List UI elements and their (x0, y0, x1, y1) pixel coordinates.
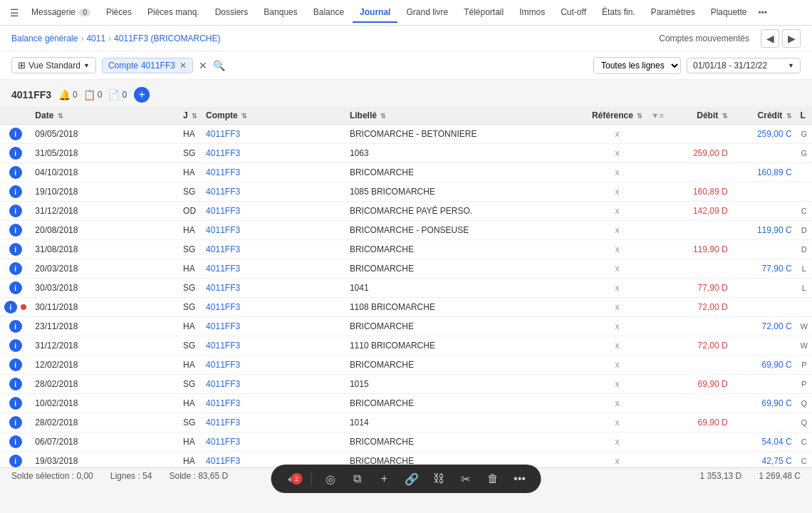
nav-item-pieces-manq[interactable]: Pièces manq. (140, 3, 207, 23)
table-row[interactable]: i 30/11/2018 SG 4011FF3 1108 BRICOMARCHE… (0, 298, 812, 317)
nav-item-cut-off[interactable]: Cut-off (553, 3, 593, 23)
table-row[interactable]: i 19/10/2018 SG 4011FF3 1085 BRICOMARCHE… (0, 182, 812, 202)
nav-toggle-button[interactable]: ☰ (6, 4, 23, 21)
col-date[interactable]: Date ⇅ (31, 107, 179, 125)
float-undo-button[interactable]: ↩ 2 (284, 470, 301, 487)
info-icon[interactable]: i (9, 358, 22, 371)
table-row[interactable]: i 20/08/2018 HA 4011FF3 BRICOMARCHE - PO… (0, 221, 812, 240)
table-row[interactable]: i 06/07/2018 HA 4011FF3 BRICOMARCHE x 54… (0, 432, 812, 452)
lines-filter-select[interactable]: Toutes les lignes Non lettrées Lettrées (593, 57, 681, 74)
row-compte[interactable]: 4011FF3 (202, 413, 345, 432)
table-row[interactable]: i 31/05/2018 SG 4011FF3 1063 x 259,00 D … (0, 144, 812, 163)
row-compte[interactable]: 4011FF3 (202, 221, 345, 240)
row-info-icon-cell: i (0, 336, 31, 356)
row-compte[interactable]: 4011FF3 (202, 298, 345, 317)
vue-select[interactable]: ⊞ Vue Standard ▼ (11, 57, 96, 73)
row-compte[interactable]: 4011FF3 (202, 202, 345, 221)
info-icon[interactable]: i (9, 281, 22, 294)
table-row[interactable]: i 30/03/2018 SG 4011FF3 1041 x 77,90 D L (0, 279, 812, 298)
table-row[interactable]: i 20/03/2018 HA 4011FF3 BRICOMARCHE x 77… (0, 259, 812, 279)
info-icon[interactable]: i (9, 435, 22, 448)
float-circle-button[interactable]: ◎ (322, 470, 339, 487)
account-badges: 🔔 0 📋 0 📄 0 (58, 89, 127, 100)
info-icon[interactable]: i (9, 339, 22, 352)
row-compte[interactable]: 4011FF3 (202, 259, 345, 279)
nav-item-journal[interactable]: Journal (353, 3, 397, 23)
float-link-button[interactable]: 🔗 (403, 470, 420, 487)
breadcrumb-balance-generale[interactable]: Balance générale (11, 33, 78, 43)
info-icon[interactable]: i (9, 147, 22, 160)
col-debit[interactable]: Débit ⇅ (668, 107, 732, 125)
float-cut-button[interactable]: ✂ (457, 470, 474, 487)
col-credit[interactable]: Crédit ⇅ (732, 107, 796, 125)
row-compte[interactable]: 4011FF3 (202, 125, 345, 144)
table-row[interactable]: i 09/05/2018 HA 4011FF3 BRICOMARCHE - BE… (0, 125, 812, 144)
float-copy-button[interactable]: ⧉ (349, 470, 366, 487)
row-compte[interactable]: 4011FF3 (202, 240, 345, 259)
table-row[interactable]: i 12/02/2018 HA 4011FF3 BRICOMARCHE x 69… (0, 356, 812, 375)
col-filter[interactable]: ▼≡ (647, 107, 667, 125)
prev-compte-button[interactable]: ◀ (761, 29, 779, 48)
info-icon[interactable]: i (9, 204, 22, 217)
row-compte[interactable]: 4011FF3 (202, 432, 345, 452)
info-icon[interactable]: i (9, 128, 22, 140)
row-compte[interactable]: 4011FF3 (202, 356, 345, 375)
nav-more-button[interactable]: ••• (758, 8, 767, 18)
float-chain-button[interactable]: ⛓ (430, 470, 447, 487)
nav-item-teleportail[interactable]: Téléportail (457, 3, 511, 23)
info-icon[interactable]: i (4, 301, 17, 314)
table-row[interactable]: i 31/12/2018 SG 4011FF3 1110 BRICOMARCHE… (0, 336, 812, 356)
table-row[interactable]: i 31/08/2018 SG 4011FF3 BRICOMARCHE x 11… (0, 240, 812, 259)
info-icon[interactable]: i (9, 166, 22, 179)
table-row[interactable]: i 23/11/2018 HA 4011FF3 BRICOMARCHE x 72… (0, 317, 812, 336)
float-delete-button[interactable]: 🗑 (484, 470, 501, 487)
info-icon[interactable]: i (9, 455, 22, 467)
row-compte[interactable]: 4011FF3 (202, 394, 345, 413)
float-add-button[interactable]: + (376, 470, 393, 487)
row-compte[interactable]: 4011FF3 (202, 336, 345, 356)
nav-item-parametres[interactable]: Paramètres (644, 3, 702, 23)
info-icon[interactable]: i (9, 397, 22, 410)
info-icon[interactable]: i (9, 262, 22, 275)
nav-item-balance[interactable]: Balance (306, 3, 351, 23)
row-compte[interactable]: 4011FF3 (202, 279, 345, 298)
nav-item-messagerie[interactable]: Messagerie 0 (24, 3, 98, 23)
table-row[interactable]: i 31/12/2018 OD 4011FF3 BRICOMARCHE PAYÉ… (0, 202, 812, 221)
nav-item-banques[interactable]: Banques (256, 3, 304, 23)
info-icon[interactable]: i (9, 243, 22, 256)
row-compte[interactable]: 4011FF3 (202, 163, 345, 182)
date-range-select[interactable]: 01/01/18 - 31/12/22 ▼ (687, 58, 801, 73)
breadcrumb-4011[interactable]: 4011 (86, 33, 105, 43)
nav-item-plaquette[interactable]: Plaquette (704, 3, 754, 23)
info-icon[interactable]: i (9, 320, 22, 333)
info-icon[interactable]: i (9, 416, 22, 429)
row-date: 10/02/2018 (31, 394, 179, 413)
nav-item-dossiers[interactable]: Dossiers (208, 3, 256, 23)
info-icon[interactable]: i (9, 224, 22, 237)
col-j[interactable]: J ⇅ (179, 107, 202, 125)
info-icon[interactable]: i (9, 378, 22, 390)
col-reference[interactable]: Référence ⇅ (588, 107, 647, 125)
compte-tag-remove[interactable]: ✕ (179, 61, 187, 71)
table-row[interactable]: i 10/02/2018 HA 4011FF3 BRICOMARCHE x 69… (0, 394, 812, 413)
nav-item-grand-livre[interactable]: Grand livre (399, 3, 455, 23)
row-compte[interactable]: 4011FF3 (202, 317, 345, 336)
search-button[interactable]: 🔍 (213, 60, 225, 71)
table-row[interactable]: i 04/10/2018 HA 4011FF3 BRICOMARCHE x 16… (0, 163, 812, 182)
nav-item-etats-fin[interactable]: États fin. (595, 3, 642, 23)
info-icon[interactable]: i (9, 185, 22, 198)
table-row[interactable]: i 28/02/2018 SG 4011FF3 1014 x 69,90 D Q (0, 413, 812, 432)
row-l: G (796, 125, 812, 144)
nav-item-immos[interactable]: Immos (512, 3, 552, 23)
add-entry-button[interactable]: + (134, 87, 150, 103)
col-libelle[interactable]: Libellé ⇅ (345, 107, 588, 125)
row-compte[interactable]: 4011FF3 (202, 182, 345, 202)
clear-filter-button[interactable]: ✕ (199, 60, 207, 71)
next-compte-button[interactable]: ▶ (782, 29, 801, 48)
float-more-button[interactable]: ••• (511, 470, 529, 487)
table-row[interactable]: i 28/02/2018 SG 4011FF3 1015 x 69,90 D P (0, 375, 812, 394)
nav-item-pieces[interactable]: Pièces (99, 3, 139, 23)
col-compte[interactable]: Compte ⇅ (202, 107, 345, 125)
row-compte[interactable]: 4011FF3 (202, 144, 345, 163)
row-compte[interactable]: 4011FF3 (202, 375, 345, 394)
